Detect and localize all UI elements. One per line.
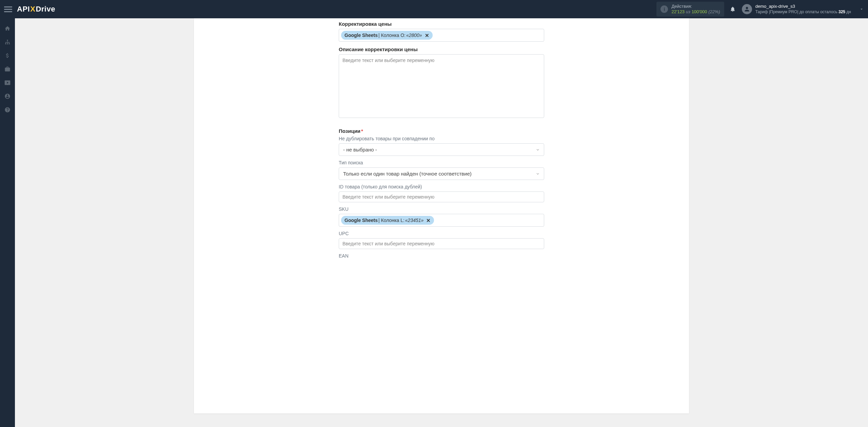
username: demo_apix-drive_s3 bbox=[755, 4, 851, 9]
svg-rect-3 bbox=[9, 43, 10, 44]
field-price-adjustment-desc: Описание корректировки цены Введите текс… bbox=[339, 46, 544, 118]
actions-label: Действия: bbox=[671, 4, 720, 9]
field-price-adjustment: Корректировка цены Google Sheets | Колон… bbox=[339, 21, 544, 42]
chevron-down-icon bbox=[536, 148, 540, 152]
label-price-adjustment-desc: Описание корректировки цены bbox=[339, 46, 544, 52]
svg-rect-1 bbox=[5, 43, 6, 44]
nav-billing[interactable] bbox=[0, 49, 15, 62]
chevron-down-icon bbox=[536, 172, 540, 176]
tag-sku[interactable]: Google Sheets | Колонка L: «23451» ✕ bbox=[341, 216, 434, 225]
actions-used: 22'123 bbox=[671, 9, 685, 14]
label-upc: UPC bbox=[339, 231, 544, 236]
main-content: Корректировка цены Google Sheets | Колон… bbox=[15, 18, 868, 427]
input-upc[interactable]: Введите текст или выберите переменную bbox=[339, 238, 544, 249]
nav-connections[interactable] bbox=[0, 35, 15, 49]
input-sku[interactable]: Google Sheets | Колонка L: «23451» ✕ bbox=[339, 214, 544, 227]
avatar-icon[interactable] bbox=[742, 4, 752, 14]
select-no-duplicate-value: - не выбрано - bbox=[343, 147, 377, 152]
svg-rect-0 bbox=[7, 40, 8, 41]
label-product-id: ID товара (только для поиска дублей) bbox=[339, 184, 544, 189]
form-card: Корректировка цены Google Sheets | Колон… bbox=[194, 18, 689, 413]
section-positions: Позиции* Не дублировать товары при совпа… bbox=[339, 128, 544, 259]
remove-tag-icon[interactable]: ✕ bbox=[426, 218, 431, 223]
tag-price-adjustment[interactable]: Google Sheets | Колонка O: «2800» ✕ bbox=[341, 31, 433, 40]
menu-toggle-button[interactable] bbox=[4, 5, 12, 13]
actions-of: из bbox=[686, 9, 690, 14]
label-ean: EAN bbox=[339, 253, 544, 259]
nav-video[interactable] bbox=[0, 76, 15, 89]
input-product-id[interactable]: Введите текст или выберите переменную bbox=[339, 191, 544, 202]
svg-rect-2 bbox=[7, 43, 8, 44]
label-price-adjustment: Корректировка цены bbox=[339, 21, 544, 27]
notifications-icon[interactable] bbox=[730, 6, 736, 12]
logo-text-drive: Drive bbox=[36, 5, 55, 14]
topbar: API X Drive i Действия: 22'123 из 100'00… bbox=[0, 0, 868, 18]
actions-limit: 100'000 bbox=[692, 9, 707, 14]
nav-account[interactable] bbox=[0, 89, 15, 103]
logo-text-x: X bbox=[30, 5, 35, 14]
select-search-type-value: Только если один товар найден (точное со… bbox=[343, 171, 472, 177]
label-positions: Позиции* bbox=[339, 128, 544, 134]
input-price-adjustment[interactable]: Google Sheets | Колонка O: «2800» ✕ bbox=[339, 29, 544, 42]
sidenav bbox=[0, 18, 15, 427]
label-search-type: Тип поиска bbox=[339, 160, 544, 165]
actions-percent: (22%) bbox=[708, 9, 720, 14]
user-plan: Тариф |Премиум PRO| до оплаты осталось 3… bbox=[755, 9, 851, 15]
nav-briefcase[interactable] bbox=[0, 62, 15, 76]
user-box[interactable]: demo_apix-drive_s3 Тариф |Премиум PRO| д… bbox=[755, 4, 851, 15]
logo-text-api: API bbox=[17, 5, 30, 14]
nav-home[interactable] bbox=[0, 22, 15, 35]
user-menu-chevron-icon[interactable] bbox=[859, 7, 864, 12]
textarea-price-adjustment-desc[interactable]: Введите текст или выберите переменную bbox=[339, 54, 544, 118]
actions-usage-text: Действия: 22'123 из 100'000 (22%) bbox=[671, 4, 720, 15]
nav-help[interactable] bbox=[0, 103, 15, 117]
required-icon: * bbox=[361, 128, 363, 134]
remove-tag-icon[interactable]: ✕ bbox=[425, 33, 429, 38]
label-no-duplicate: Не дублировать товары при совпадении по bbox=[339, 136, 544, 141]
select-search-type[interactable]: Только если один товар найден (точное со… bbox=[339, 167, 544, 180]
actions-usage-badge[interactable]: i Действия: 22'123 из 100'000 (22%) bbox=[656, 2, 724, 17]
logo[interactable]: API X Drive bbox=[17, 5, 55, 14]
select-no-duplicate[interactable]: - не выбрано - bbox=[339, 143, 544, 156]
label-sku: SKU bbox=[339, 206, 544, 212]
info-icon: i bbox=[660, 5, 668, 13]
